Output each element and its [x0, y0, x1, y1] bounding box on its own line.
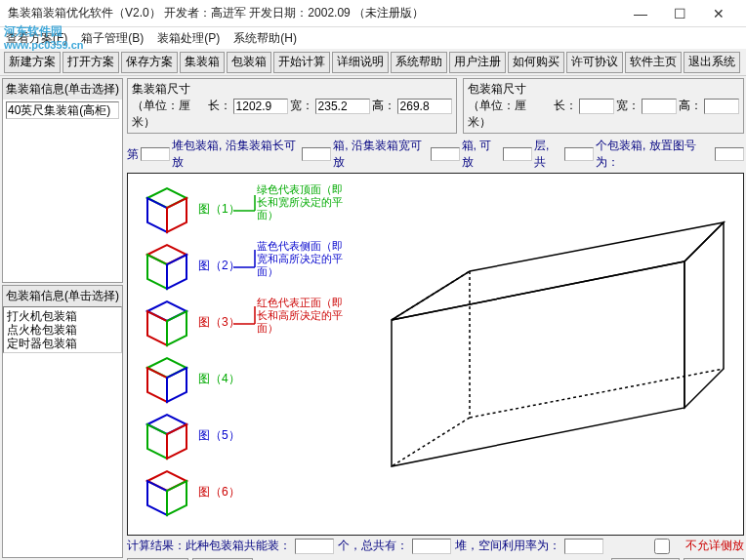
svg-marker-13: [147, 424, 167, 459]
close-button[interactable]: ✕: [699, 6, 738, 21]
svg-marker-1: [147, 198, 167, 232]
no-side-label: 不允详侧放: [685, 538, 744, 554]
package-length-input[interactable]: [579, 99, 614, 114]
status-along-w[interactable]: [431, 147, 460, 161]
svg-marker-6: [147, 301, 186, 321]
minimize-button[interactable]: —: [621, 6, 660, 21]
svg-marker-16: [147, 481, 167, 515]
homepage-button[interactable]: 软件主页: [625, 52, 682, 73]
container-dims-label: 集装箱尺寸（单位：厘米）: [132, 81, 202, 131]
legend-green: 绿色代表顶面（即长和宽所决定的平面）: [257, 183, 345, 221]
svg-marker-8: [167, 311, 186, 345]
legend-red: 红色代表正面（即长和高所决定的平面）: [257, 297, 345, 335]
container-dims-group: 集装箱尺寸（单位：厘米） 长： 宽： 高：: [127, 78, 457, 134]
svg-marker-17: [167, 481, 186, 515]
menu-scheme[interactable]: 查看方案(F): [6, 30, 67, 47]
register-button[interactable]: 用户注册: [449, 52, 506, 73]
package-dims-group: 包装箱尺寸（单位：厘米） 长： 宽： 高：: [463, 78, 744, 134]
no-side-checkbox[interactable]: [642, 539, 682, 554]
toolbar: 新建方案 打开方案 保存方案 集装箱 包装箱 开始计算 详细说明 系统帮助 用户…: [0, 49, 746, 76]
svg-marker-10: [147, 368, 167, 402]
svg-marker-2: [167, 198, 186, 232]
container-3d-icon: [392, 222, 724, 466]
package-width-input[interactable]: [642, 99, 677, 114]
svg-marker-11: [167, 368, 186, 402]
svg-marker-12: [147, 415, 186, 434]
how-buy-button[interactable]: 如何购买: [508, 52, 564, 73]
container-height-input[interactable]: [397, 99, 452, 114]
result-total[interactable]: [412, 539, 451, 554]
sys-help-button[interactable]: 系统帮助: [391, 52, 447, 73]
package-info-header: 包装箱信息(单击选择): [3, 286, 122, 306]
container-length-input[interactable]: [233, 99, 288, 114]
svg-line-30: [470, 369, 724, 418]
container-list[interactable]: 40英尺集装箱(高柜): [3, 100, 122, 121]
status-total[interactable]: [564, 147, 594, 161]
fig1-label: 图（1）: [198, 202, 240, 216]
container-button[interactable]: 集装箱: [180, 52, 225, 73]
container-info-header: 集装箱信息(单击选择): [3, 79, 122, 100]
save-scheme-button[interactable]: 保存方案: [121, 52, 178, 73]
button-row: 计(C)算 绘(D)图 详细说明 退(E)出: [127, 556, 744, 560]
exit-button[interactable]: 退出系统: [684, 52, 740, 73]
fig2-label: 图（2）: [198, 259, 240, 272]
container-width-input[interactable]: [315, 99, 370, 114]
status-along-l[interactable]: [302, 147, 331, 161]
package-button[interactable]: 包装箱: [227, 52, 271, 73]
left-panel: 集装箱信息(单击选择) 40英尺集装箱(高柜) 包装箱信息(单击选择) 打火机包…: [0, 76, 125, 560]
maximize-button[interactable]: ☐: [660, 6, 699, 21]
result-count[interactable]: [295, 539, 334, 554]
package-item[interactable]: 打火机包装箱: [7, 309, 118, 323]
package-item[interactable]: 点火枪包装箱: [7, 323, 118, 337]
legend-blue: 蓝色代表侧面（即宽和高所决定的平面）: [257, 240, 345, 278]
fig3-label: 图（3）: [198, 315, 240, 329]
drawing-viewport: 图（1） 图（2） 图（3）: [127, 173, 744, 536]
fig6-label: 图（6）: [198, 485, 240, 499]
menu-help[interactable]: 系统帮助(H): [233, 30, 297, 47]
status-stack-num[interactable]: [141, 147, 170, 161]
fig5-label: 图（5）: [198, 428, 240, 442]
svg-marker-26: [684, 222, 724, 408]
svg-marker-9: [147, 358, 186, 378]
svg-marker-14: [167, 424, 186, 459]
package-height-input[interactable]: [704, 99, 739, 114]
menu-pack-proc[interactable]: 装箱处理(P): [157, 30, 220, 47]
new-scheme-button[interactable]: 新建方案: [4, 52, 61, 73]
svg-marker-5: [167, 255, 186, 289]
status-fig-num[interactable]: [715, 147, 744, 161]
drawing-svg: 图（1） 图（2） 图（3）: [128, 174, 733, 535]
license-button[interactable]: 许可协议: [566, 52, 623, 73]
menu-box-mgmt[interactable]: 箱子管理(B): [81, 30, 144, 47]
package-list[interactable]: 打火机包装箱 点火枪包装箱 定时器包装箱: [3, 306, 122, 353]
result-row: 计算结果：此种包装箱共能装： 个，总共有： 堆，空间利用率为： 不允详侧放: [127, 536, 744, 556]
svg-marker-25: [392, 222, 724, 320]
menu-bar: 查看方案(F) 箱子管理(B) 装箱处理(P) 系统帮助(H): [0, 27, 746, 49]
detail-button[interactable]: 详细说明: [332, 52, 389, 73]
container-item[interactable]: 40英尺集装箱(高柜): [6, 101, 119, 119]
result-util[interactable]: [564, 539, 603, 554]
status-row: 第 堆包装箱, 沿集装箱长可放 箱, 沿集装箱宽可放 箱, 可放 层, 共 个包…: [127, 136, 744, 173]
package-dims-label: 包装箱尺寸（单位：厘米）: [468, 81, 548, 131]
svg-marker-7: [147, 311, 167, 345]
svg-marker-15: [147, 471, 186, 491]
status-layers[interactable]: [503, 147, 532, 161]
start-calc-button[interactable]: 开始计算: [273, 52, 330, 73]
title-bar: 集装箱装箱优化软件（V2.0） 开发者：高进军 开发日期：2002.09 （未注…: [0, 0, 746, 27]
right-panel: 集装箱尺寸（单位：厘米） 长： 宽： 高： 包装箱尺寸（单位：厘米） 长： 宽：…: [125, 76, 746, 560]
window-title: 集装箱装箱优化软件（V2.0） 开发者：高进军 开发日期：2002.09 （未注…: [8, 5, 621, 21]
svg-marker-3: [147, 245, 186, 264]
svg-marker-4: [147, 255, 167, 289]
open-scheme-button[interactable]: 打开方案: [62, 52, 119, 73]
fig4-label: 图（4）: [198, 372, 240, 385]
svg-marker-0: [147, 188, 186, 208]
package-item[interactable]: 定时器包装箱: [7, 337, 118, 350]
